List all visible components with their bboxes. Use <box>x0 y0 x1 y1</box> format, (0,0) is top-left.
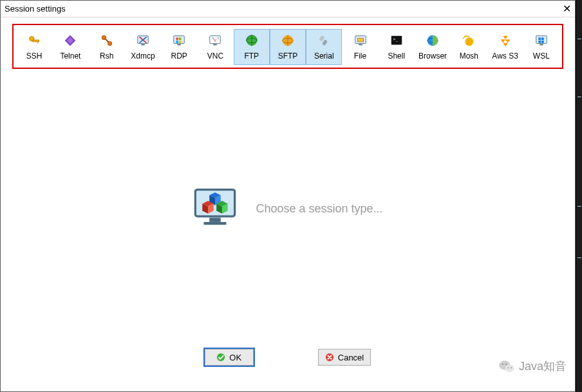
ok-button[interactable]: OK <box>205 349 254 366</box>
watermark: Java知音 <box>498 359 567 374</box>
svg-rect-17 <box>179 41 182 43</box>
session-type-vnc[interactable]: VncVNC <box>197 29 233 65</box>
browser-icon <box>424 32 442 49</box>
session-type-xdmcp[interactable]: Xdmcp <box>125 29 161 65</box>
svg-text:>_: >_ <box>393 37 398 42</box>
svg-rect-51 <box>204 222 227 225</box>
svg-rect-14 <box>176 37 179 40</box>
svg-marker-39 <box>503 36 507 40</box>
cancel-button[interactable]: Cancel <box>318 349 371 366</box>
dialog-button-row: OK Cancel <box>1 349 575 391</box>
svg-line-7 <box>105 39 109 42</box>
rdp-icon <box>170 32 188 49</box>
svg-rect-9 <box>141 44 145 46</box>
session-settings-dialog: Session settings ✕ SSHTelnetRshXdmcpRDPV… <box>0 0 576 392</box>
session-type-label: Telnet <box>53 51 88 61</box>
telnet-icon <box>61 32 79 49</box>
monitor-cubes-icon <box>192 185 238 232</box>
svg-marker-42 <box>503 43 507 47</box>
svg-rect-33 <box>357 38 363 42</box>
session-type-label: Aws S3 <box>487 51 522 61</box>
svg-point-61 <box>217 353 225 361</box>
close-icon[interactable]: ✕ <box>545 4 571 14</box>
session-type-label: SFTP <box>270 51 305 61</box>
svg-rect-48 <box>541 41 544 43</box>
session-type-label: SSH <box>17 51 52 61</box>
watermark-text: Java知音 <box>519 359 567 374</box>
svg-rect-29 <box>319 35 325 42</box>
awss3-icon <box>496 32 514 49</box>
svg-rect-30 <box>322 39 328 46</box>
choose-session-prompt: Choose a session type... <box>256 202 382 216</box>
check-icon <box>216 353 225 362</box>
svg-rect-1 <box>33 40 39 42</box>
rsh-icon <box>98 32 116 49</box>
session-type-browser[interactable]: Browser <box>415 29 451 65</box>
shell-icon: >_ <box>388 32 406 49</box>
session-type-label: FTP <box>234 51 269 61</box>
ssh-icon <box>25 32 43 49</box>
session-type-wsl[interactable]: WSL <box>523 29 559 65</box>
svg-point-66 <box>505 364 507 365</box>
background-editor-strip <box>576 0 582 392</box>
session-type-label: Serial <box>306 51 341 61</box>
svg-point-64 <box>505 364 514 372</box>
svg-rect-45 <box>538 37 541 40</box>
session-type-rdp[interactable]: RDP <box>161 29 197 65</box>
session-type-toolbar: SSHTelnetRshXdmcpRDPVncVNCFTPSFTPSerialF… <box>16 29 559 65</box>
svg-rect-32 <box>359 44 362 46</box>
svg-marker-41 <box>505 39 510 42</box>
wechat-icon <box>498 359 515 373</box>
svg-rect-47 <box>538 41 541 43</box>
session-type-ssh[interactable]: SSH <box>16 29 52 65</box>
session-type-label: Rsh <box>89 51 124 61</box>
file-icon <box>352 32 370 49</box>
svg-rect-2 <box>37 42 39 44</box>
session-type-label: Xdmcp <box>126 51 160 61</box>
session-type-awss3[interactable]: Aws S3 <box>487 29 523 65</box>
svg-rect-16 <box>176 41 179 43</box>
xdmcp-icon <box>134 32 152 49</box>
session-type-serial[interactable]: Serial <box>306 29 342 65</box>
center-area: Choose a session type... <box>1 69 575 349</box>
svg-rect-44 <box>540 44 543 46</box>
svg-point-67 <box>507 367 509 368</box>
svg-rect-50 <box>210 218 221 222</box>
wsl-icon <box>532 32 550 49</box>
session-type-label: File <box>343 51 377 61</box>
svg-point-38 <box>465 37 474 46</box>
session-type-shell[interactable]: >_Shell <box>379 29 415 65</box>
session-type-ftp[interactable]: FTP <box>234 29 270 65</box>
sftp-icon <box>279 32 297 49</box>
session-type-highlight-box: SSHTelnetRshXdmcpRDPVncVNCFTPSFTPSerialF… <box>12 24 563 69</box>
svg-rect-19 <box>214 44 218 46</box>
cancel-label: Cancel <box>338 353 364 362</box>
session-type-label: RDP <box>162 51 196 61</box>
session-type-label: Shell <box>379 51 414 61</box>
session-type-sftp[interactable]: SFTP <box>270 29 306 65</box>
mosh-icon <box>460 32 478 49</box>
session-type-rsh[interactable]: Rsh <box>89 29 125 65</box>
svg-text:V: V <box>214 38 217 42</box>
session-type-label: Browser <box>415 51 450 61</box>
svg-point-68 <box>511 367 512 368</box>
svg-rect-13 <box>177 44 181 46</box>
session-type-label: WSL <box>524 51 559 61</box>
vnc-icon: Vnc <box>206 32 224 49</box>
serial-icon <box>315 32 333 49</box>
ok-label: OK <box>229 353 241 362</box>
svg-rect-46 <box>541 37 544 40</box>
titlebar: Session settings ✕ <box>1 1 575 17</box>
session-type-label: VNC <box>198 51 232 61</box>
window-title: Session settings <box>5 4 545 14</box>
svg-marker-40 <box>500 39 505 42</box>
session-type-telnet[interactable]: Telnet <box>52 29 88 65</box>
cross-icon <box>325 353 334 362</box>
session-type-label: Mosh <box>451 51 486 61</box>
ftp-icon <box>243 32 261 49</box>
session-type-mosh[interactable]: Mosh <box>451 29 487 65</box>
svg-point-65 <box>502 364 503 365</box>
session-type-file[interactable]: File <box>342 29 378 65</box>
svg-rect-15 <box>179 37 182 40</box>
